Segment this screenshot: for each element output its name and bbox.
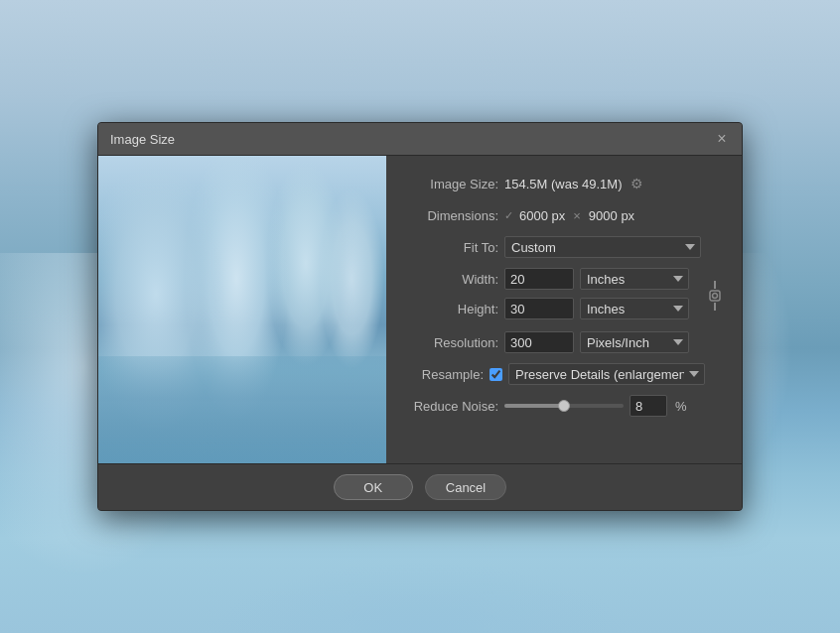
- dialog-overlay: Image Size × Image Size: 154.5M (was 49.…: [0, 0, 840, 633]
- fit-to-select[interactable]: Custom Original Size US Paper (72 ppi) I…: [504, 236, 701, 258]
- dimensions-separator: ×: [573, 208, 581, 223]
- dimensions-width: 6000 px: [519, 208, 565, 223]
- dialog-footer: OK Cancel: [98, 463, 742, 510]
- slider-track: [504, 404, 624, 408]
- controls-panel: Image Size: 154.5M (was 49.1M) ⚙ Dimensi…: [386, 156, 742, 463]
- height-input[interactable]: [504, 298, 574, 319]
- reduce-noise-label: Reduce Noise:: [394, 399, 498, 414]
- chain-icon: [708, 289, 722, 303]
- ok-button[interactable]: OK: [334, 474, 413, 500]
- resample-checkbox[interactable]: [490, 368, 502, 381]
- close-button[interactable]: ×: [714, 131, 730, 147]
- height-label: Height:: [394, 302, 498, 316]
- height-unit-select[interactable]: Inches Centimeters Millimeters Points Pi…: [580, 298, 689, 319]
- chain-line-top: [714, 281, 716, 289]
- svg-rect-0: [710, 291, 720, 301]
- dimensions-label: Dimensions:: [394, 208, 498, 223]
- image-size-label: Image Size:: [394, 177, 498, 191]
- image-size-value: 154.5M (was 49.1M): [504, 177, 623, 191]
- resolution-row: Resolution: Pixels/Inch Pixels/Centimete…: [394, 330, 726, 354]
- image-size-row: Image Size: 154.5M (was 49.1M) ⚙: [394, 172, 726, 195]
- resolution-input[interactable]: [504, 331, 574, 353]
- fit-to-row: Fit To: Custom Original Size US Paper (7…: [394, 235, 726, 259]
- dimensions-row: Dimensions: ✓ 6000 px × 9000 px: [394, 203, 726, 227]
- width-input[interactable]: [504, 268, 574, 290]
- dialog-body: Image Size: 154.5M (was 49.1M) ⚙ Dimensi…: [98, 156, 742, 463]
- width-row: Width: Inches Centimeters Millimeters Po…: [394, 267, 708, 291]
- image-size-dialog: Image Size × Image Size: 154.5M (was 49.…: [97, 122, 743, 511]
- width-unit-select[interactable]: Inches Centimeters Millimeters Points Pi…: [580, 268, 689, 290]
- dialog-title: Image Size: [110, 132, 175, 147]
- slider-fill: [504, 404, 564, 408]
- resample-label: Resample:: [394, 367, 484, 382]
- resolution-unit-select[interactable]: Pixels/Inch Pixels/Centimeter: [580, 331, 689, 353]
- percent-symbol: %: [675, 399, 687, 414]
- resolution-label: Resolution:: [394, 335, 498, 350]
- noise-slider-container: [504, 395, 624, 417]
- dimensions-check-icon: ✓: [504, 209, 513, 222]
- preview-panel: [98, 156, 386, 463]
- gear-button[interactable]: ⚙: [630, 176, 643, 191]
- resample-row: Resample: Preserve Details (enlargement)…: [394, 362, 726, 386]
- slider-thumb[interactable]: [558, 400, 570, 412]
- chain-link-button[interactable]: [704, 268, 726, 322]
- resample-select[interactable]: Preserve Details (enlargement) Automatic…: [508, 363, 705, 385]
- size-fields: Width: Inches Centimeters Millimeters Po…: [394, 267, 708, 320]
- svg-point-1: [713, 293, 718, 298]
- width-label: Width:: [394, 272, 498, 287]
- dimensions-height: 9000 px: [589, 208, 634, 223]
- height-row: Height: Inches Centimeters Millimeters P…: [394, 297, 708, 320]
- fit-to-label: Fit To:: [394, 240, 498, 255]
- size-fields-group: Width: Inches Centimeters Millimeters Po…: [394, 267, 726, 322]
- preview-image: [98, 156, 386, 463]
- chain-line-bottom: [714, 303, 716, 311]
- reduce-noise-input[interactable]: [630, 395, 667, 417]
- dialog-titlebar: Image Size ×: [98, 123, 742, 156]
- cancel-button[interactable]: Cancel: [425, 474, 506, 500]
- reduce-noise-row: Reduce Noise: %: [394, 394, 726, 418]
